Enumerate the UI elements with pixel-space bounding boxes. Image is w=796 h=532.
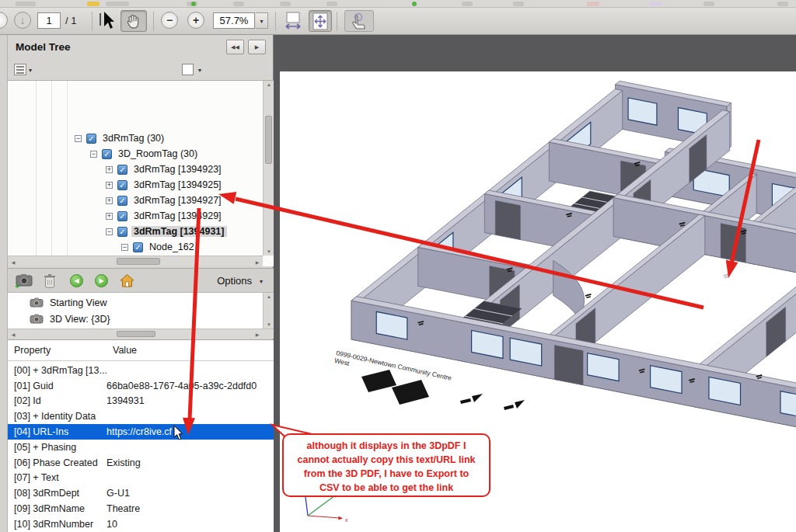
- camera-icon: [30, 314, 44, 324]
- tree-item-label: 3dRmTag [1394931]: [131, 226, 227, 237]
- property-row[interactable]: [01] Guid 66ba0e88-1767-4a05-a39c-2ddfd0: [8, 378, 274, 394]
- hand-tool-button[interactable]: [120, 10, 147, 32]
- property-row-selected[interactable]: [04] URL-Ins https://cr8ive.cf: [8, 424, 274, 440]
- view-item-label: 3D View: {3D}: [50, 314, 110, 325]
- tree-item[interactable]: − ✓ 3dRmTag (30): [75, 130, 166, 146]
- tree-horizontal-scrollbar[interactable]: ◀ ▶: [8, 256, 263, 266]
- property-cell: [08] 3dRmDept: [8, 488, 106, 499]
- tree-options-caret-icon[interactable]: ▾: [29, 67, 32, 74]
- options-menu[interactable]: Options: [217, 275, 252, 287]
- scroll-right-icon[interactable]: ▶: [252, 259, 263, 265]
- views-toolbar: + ◀ ▶ Options ▾: [8, 268, 274, 293]
- expander-icon[interactable]: +: [106, 213, 113, 220]
- property-row[interactable]: [05] + Phasing: [8, 440, 274, 455]
- scroll-left-icon[interactable]: ◀: [8, 259, 19, 265]
- tree-item[interactable]: + ✓ 3dRmTag [1394927]: [106, 193, 224, 208]
- callout-line: CSV to be able to get the link: [284, 481, 489, 495]
- options-caret-icon[interactable]: ▾: [260, 278, 263, 285]
- visibility-caret-icon[interactable]: ▾: [198, 67, 201, 74]
- svg-text:+: +: [15, 281, 19, 290]
- property-cell: [05] + Phasing: [8, 442, 106, 453]
- previous-view-button[interactable]: ◀: [70, 274, 83, 287]
- property-row[interactable]: [07] + Text: [8, 471, 274, 486]
- view-item[interactable]: 3D View: {3D}: [8, 311, 263, 327]
- value-cell: G-U1: [106, 488, 274, 499]
- property-row[interactable]: [03] + Identity Data: [8, 409, 274, 424]
- callout-line: from the 3D PDF, I have to Export to: [284, 467, 489, 481]
- expand-panel-button[interactable]: ▶: [248, 40, 266, 54]
- callout-line: although it displays in the 3DpDF I: [284, 439, 489, 453]
- next-page-button[interactable]: ↓: [14, 12, 31, 29]
- scroll-right-icon[interactable]: ▶: [252, 332, 263, 337]
- scroll-down-icon[interactable]: ▼: [264, 249, 274, 254]
- checkbox-icon[interactable]: ✓: [102, 149, 112, 159]
- fit-page-button[interactable]: [309, 10, 332, 32]
- zoom-in-button[interactable]: +: [187, 12, 204, 29]
- expander-icon[interactable]: −: [106, 228, 113, 235]
- tree-item[interactable]: − ✓ Node_162: [121, 239, 197, 255]
- visibility-checkbox[interactable]: [182, 64, 194, 75]
- touch-mode-button[interactable]: [344, 10, 374, 32]
- svg-text:x: x: [345, 517, 348, 523]
- views-vertical-scrollbar[interactable]: ▲ ▼: [263, 293, 274, 329]
- page-number-input[interactable]: 1: [37, 12, 61, 29]
- expander-icon[interactable]: +: [106, 182, 113, 189]
- property-cell: [04] URL-Ins: [8, 426, 106, 437]
- expander-icon[interactable]: +: [106, 166, 113, 173]
- property-cell: [07] + Text: [8, 472, 106, 483]
- model-tree-panel: Model Tree ◀◀ ▶ ▾ ▾ − ✓ 3dRmTag (30) − ✓…: [8, 35, 274, 532]
- expander-icon[interactable]: −: [90, 151, 97, 158]
- property-row[interactable]: [02] Id 1394931: [8, 394, 274, 409]
- scroll-left-icon[interactable]: ◀: [8, 332, 19, 337]
- checkbox-icon[interactable]: ✓: [86, 134, 96, 144]
- view-item[interactable]: Starting View: [8, 294, 263, 311]
- scroll-down-icon[interactable]: ▼: [264, 322, 274, 327]
- tree-item[interactable]: − ✓ 3D_RoomTag (30): [90, 146, 200, 162]
- previous-page-button[interactable]: [0, 12, 8, 29]
- model-tree-header: Model Tree ◀◀ ▶: [8, 35, 274, 61]
- property-row[interactable]: [10] 3dRmNumber 10: [8, 516, 274, 532]
- next-view-button[interactable]: ▶: [95, 274, 108, 287]
- nav-pane-rail: [0, 35, 8, 532]
- create-view-icon[interactable]: +: [14, 273, 34, 290]
- property-row[interactable]: [00] + 3dRmTag [13...: [8, 363, 274, 378]
- property-cell: [09] 3dRmName: [8, 503, 106, 514]
- view-item-label: Starting View: [50, 297, 106, 308]
- expander-icon[interactable]: −: [75, 135, 82, 142]
- checkbox-icon[interactable]: ✓: [117, 227, 127, 237]
- views-horizontal-scrollbar[interactable]: ◀ ▶: [8, 329, 274, 339]
- expander-icon[interactable]: −: [121, 244, 128, 251]
- checkbox-icon[interactable]: ✓: [117, 196, 127, 206]
- property-row[interactable]: [09] 3dRmName Theatre: [8, 501, 274, 516]
- annotation-callout: although it displays in the 3DpDF I cann…: [282, 433, 491, 497]
- expander-icon[interactable]: +: [106, 197, 113, 204]
- default-view-home-icon[interactable]: [120, 273, 134, 288]
- delete-view-icon[interactable]: [44, 273, 56, 288]
- checkbox-icon[interactable]: ✓: [117, 211, 127, 221]
- select-tool-button[interactable]: [96, 10, 117, 32]
- collapse-panel-button[interactable]: ◀◀: [226, 40, 244, 54]
- tree-item[interactable]: + ✓ 3dRmTag [1394929]: [106, 208, 224, 224]
- property-row[interactable]: [06] Phase Created Existing: [8, 455, 274, 471]
- checkbox-icon[interactable]: ✓: [117, 165, 127, 175]
- tree-options-icon[interactable]: [14, 64, 26, 75]
- checkbox-icon[interactable]: ✓: [133, 242, 143, 252]
- value-column-header: Value: [113, 345, 137, 356]
- zoom-level-input[interactable]: 57.7%: [213, 12, 255, 29]
- scroll-up-icon[interactable]: ▲: [264, 82, 274, 87]
- tree-item[interactable]: + ✓ 3dRmTag [1394925]: [106, 177, 224, 193]
- scroll-up-icon[interactable]: ▲: [264, 294, 274, 299]
- tree-item-label: Node_162: [147, 242, 197, 252]
- checkbox-icon[interactable]: ✓: [117, 180, 127, 190]
- tree-item-selected[interactable]: − ✓ 3dRmTag [1394931]: [106, 224, 227, 239]
- views-list: Starting View 3D View: {3D} ▲ ▼: [8, 293, 274, 329]
- zoom-dropdown-button[interactable]: ▾: [256, 12, 268, 29]
- fit-width-button[interactable]: [281, 10, 305, 32]
- tree-vertical-scrollbar[interactable]: ▲ ▼: [263, 81, 274, 256]
- property-table-header: Property Value: [8, 345, 274, 360]
- camera-icon: [30, 297, 44, 308]
- tree-item-label: 3dRmTag [1394927]: [131, 195, 224, 206]
- tree-item[interactable]: + ✓ 3dRmTag [1394923]: [106, 162, 224, 177]
- zoom-out-button[interactable]: −: [161, 12, 178, 29]
- property-row[interactable]: [08] 3dRmDept G-U1: [8, 485, 274, 501]
